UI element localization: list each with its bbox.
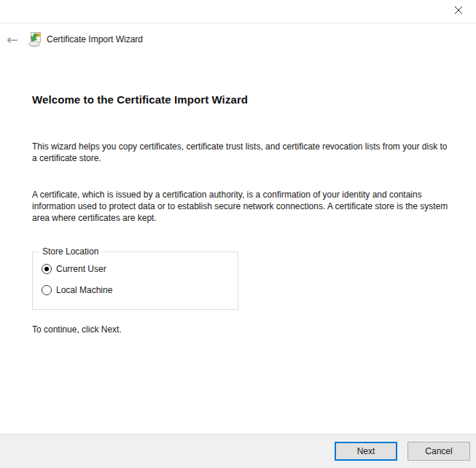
radio-local-machine[interactable]: Local Machine: [42, 285, 112, 295]
radio-local-machine-label: Local Machine: [56, 285, 112, 295]
close-button[interactable]: [447, 1, 470, 20]
description-paragraph: A certificate, which is issued by a cert…: [32, 189, 453, 224]
radio-button-icon: [42, 264, 52, 274]
back-button[interactable]: ←: [1, 28, 23, 50]
continue-hint: To continue, click Next.: [32, 324, 122, 335]
wizard-page-content: Welcome to the Certificate Import Wizard…: [0, 55, 476, 434]
radio-button-icon: [42, 285, 52, 295]
certificate-import-icon: [28, 31, 42, 47]
page-title: Welcome to the Certificate Import Wizard: [32, 93, 248, 106]
store-location-label: Store Location: [39, 246, 101, 257]
wizard-header: ← Certificate Import Wizard: [0, 24, 476, 55]
close-icon: [454, 6, 463, 17]
next-button[interactable]: Next: [335, 442, 397, 461]
radio-current-user-label: Current User: [56, 264, 106, 274]
cancel-button[interactable]: Cancel: [407, 442, 470, 461]
titlebar: [0, 0, 476, 23]
store-location-groupbox: Store Location Current User Local Machin…: [32, 251, 238, 310]
intro-paragraph: This wizard helps you copy certificates,…: [32, 141, 453, 164]
certificate-import-wizard-window: ← Certificate Import Wizard Welcome to t…: [0, 0, 476, 468]
footer-button-bar: Next Cancel: [0, 434, 476, 468]
arrow-left-icon: ←: [7, 33, 18, 47]
radio-current-user[interactable]: Current User: [42, 264, 106, 274]
wizard-title: Certificate Import Wizard: [47, 34, 143, 44]
